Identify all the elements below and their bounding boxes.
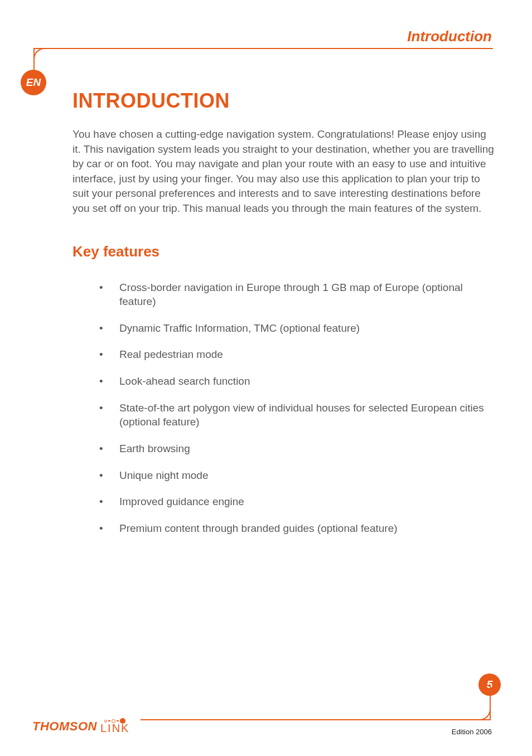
feature-item: Unique night mode — [99, 468, 496, 483]
feature-item: Earth browsing — [99, 442, 496, 456]
key-features-heading: Key features — [72, 243, 496, 260]
features-list: Cross-border navigation in Europe throug… — [72, 280, 496, 536]
brand-secondary-logo: LINK — [100, 718, 129, 734]
feature-item: Real pedestrian mode — [99, 347, 496, 362]
edition-text: Edition 2006 — [452, 728, 492, 736]
language-badge: EN — [21, 70, 46, 95]
page-heading: INTRODUCTION — [72, 89, 496, 113]
feature-item: Premium content through branded guides (… — [99, 521, 496, 536]
header-rule — [33, 48, 493, 49]
feature-item: Improved guidance engine — [99, 495, 496, 509]
feature-item: Look-ahead search function — [99, 374, 496, 389]
header-section-title: Introduction — [407, 28, 492, 45]
intro-paragraph: You have chosen a cutting-edge navigatio… — [72, 127, 496, 216]
footer-rule — [141, 719, 491, 720]
corner-curve-top — [33, 48, 45, 59]
content-area: INTRODUCTION You have chosen a cutting-e… — [72, 89, 496, 548]
feature-item: Cross-border navigation in Europe throug… — [99, 280, 496, 309]
feature-item: State-of-the art polygon view of individ… — [99, 401, 496, 429]
brand-secondary-text: LINK — [100, 723, 129, 734]
brand-logo: THOMSON LINK — [32, 718, 129, 734]
corner-curve-bottom — [480, 709, 491, 720]
feature-item: Dynamic Traffic Information, TMC (option… — [99, 321, 496, 336]
brand-primary-text: THOMSON — [32, 719, 97, 734]
corner-vert-line-bottom — [490, 685, 491, 720]
